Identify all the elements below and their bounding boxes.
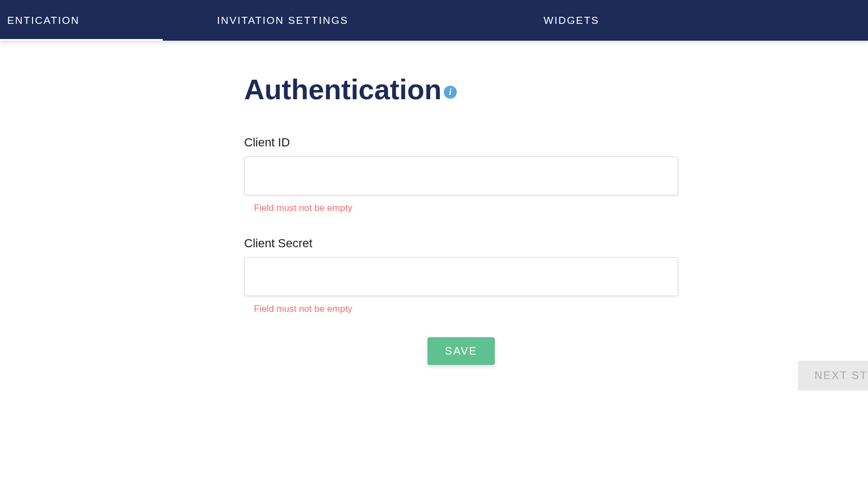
tab-label: INVITATION SETTINGS [217, 15, 348, 27]
client-secret-error: Field must not be empty [244, 304, 678, 314]
save-button[interactable]: SAVE [427, 337, 495, 365]
next-step-button[interactable]: NEXT STEP [798, 361, 868, 390]
tab-authentication[interactable]: ENTICATION [0, 0, 163, 41]
tab-label: WIDGETS [544, 15, 599, 27]
form-group-client-secret: Client Secret Field must not be empty [244, 236, 678, 314]
tab-label: ENTICATION [7, 15, 80, 27]
info-icon[interactable]: i [444, 86, 457, 99]
page-title: Authentication [244, 73, 442, 106]
client-id-error: Field must not be empty [244, 203, 678, 214]
page-title-row: Authentication i [244, 73, 868, 106]
tab-invitation-settings[interactable]: INVITATION SETTINGS [174, 0, 392, 41]
save-button-wrapper: SAVE [244, 337, 678, 365]
client-secret-label: Client Secret [244, 236, 678, 251]
tab-widgets[interactable]: WIDGETS [500, 0, 643, 41]
client-id-label: Client ID [244, 136, 678, 150]
form-group-client-id: Client ID Field must not be empty [244, 136, 678, 214]
content-area: Authentication i Client ID Field must no… [0, 41, 868, 365]
client-id-input[interactable] [244, 156, 678, 195]
client-secret-input[interactable] [244, 257, 678, 296]
tab-bar: ENTICATION INVITATION SETTINGS WIDGETS [0, 0, 868, 41]
